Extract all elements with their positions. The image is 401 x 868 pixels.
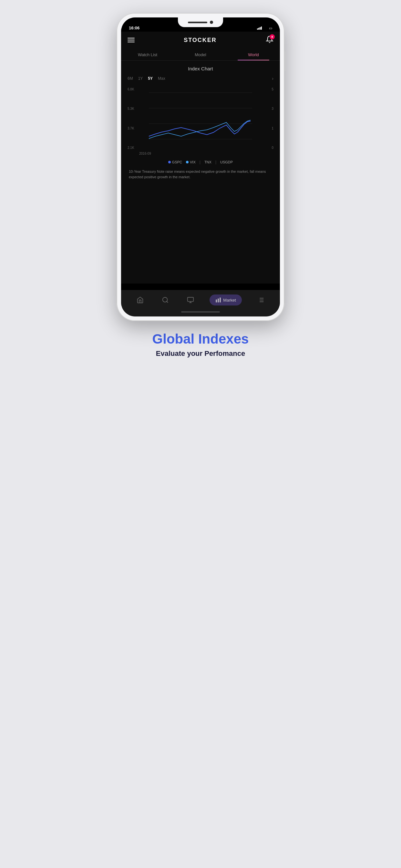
chart-bar-icon	[215, 297, 221, 303]
nav-search[interactable]	[159, 294, 172, 306]
headline-title: Global Indexes	[152, 331, 249, 347]
filter-max[interactable]: Max	[158, 76, 165, 81]
chart-title: Index Chart	[127, 66, 274, 71]
notch-area: 16:06 ▲ ▭	[121, 18, 280, 32]
legend-usgdp: USGDP	[220, 160, 233, 164]
y-right-3: 1	[272, 127, 274, 130]
home-bar	[181, 311, 220, 313]
y-axis-right: 5 3 1 0	[272, 86, 274, 151]
list-icon	[257, 297, 265, 304]
bottom-nav: Market	[121, 290, 280, 309]
svg-line-5	[166, 301, 168, 303]
tab-world[interactable]: World	[227, 49, 280, 60]
phone-frame: 16:06 ▲ ▭	[117, 13, 284, 321]
y-right-4: 0	[272, 146, 274, 150]
chart-legend: GSPC VIX | TNX | USGDP	[127, 160, 274, 164]
chart-section: Index Chart 6M 1Y 5Y Max › 6.8K	[121, 61, 280, 185]
svg-point-4	[163, 298, 167, 302]
notification-badge: 8	[270, 34, 275, 39]
svg-rect-6	[188, 298, 193, 302]
svg-rect-10	[218, 299, 219, 303]
notch-camera	[210, 21, 213, 24]
notch-speaker	[188, 22, 207, 23]
filter-5y[interactable]: 5Y	[148, 76, 153, 81]
y-label-3: 3.7K	[127, 127, 134, 130]
menu-button[interactable]	[127, 38, 135, 42]
tabs-container: Watch List Model World	[121, 49, 280, 61]
tab-model[interactable]: Model	[174, 49, 227, 60]
chart-area: 6.8K 5.3K 3.7K 2.1K 5 3 1 0	[127, 86, 274, 151]
legend-tnx: TNX	[204, 160, 212, 164]
nav-market[interactable]: Market	[210, 294, 242, 306]
legend-vix: VIX	[186, 160, 196, 164]
status-right: ▲ ▭	[257, 26, 272, 30]
gspc-dot	[168, 161, 171, 163]
app-content: STOCKER 8 Watch List Mode	[121, 32, 280, 283]
x-axis-label: 2016-09	[139, 150, 151, 156]
legend-gspc: GSPC	[168, 160, 182, 164]
chart-svg	[127, 86, 274, 151]
app-header: STOCKER 8	[121, 32, 280, 49]
nav-home[interactable]	[134, 294, 146, 306]
filter-6m[interactable]: 6M	[127, 76, 133, 81]
y-label-1: 6.8K	[127, 88, 134, 91]
y-label-2: 5.3K	[127, 107, 134, 111]
side-button	[284, 52, 285, 71]
notification-button[interactable]: 8	[266, 35, 274, 44]
page-wrapper: 16:06 ▲ ▭	[100, 13, 301, 358]
headline-sub: Evaluate your Perfomance	[152, 349, 249, 358]
y-axis-left: 6.8K 5.3K 3.7K 2.1K	[127, 86, 134, 151]
bottom-section: Global Indexes Evaluate your Perfomance	[146, 331, 255, 358]
filter-1y[interactable]: 1Y	[138, 76, 143, 81]
wifi-icon: ▲	[264, 26, 267, 30]
market-label: Market	[223, 298, 236, 303]
tab-watchlist[interactable]: Watch List	[121, 49, 174, 60]
y-label-4: 2.1K	[127, 146, 134, 150]
home-indicator	[121, 309, 280, 316]
chart-description: 10-Year Treasury Note raise means expect…	[127, 169, 274, 180]
status-time: 16:06	[129, 26, 140, 30]
y-right-2: 3	[272, 107, 274, 111]
monitor-icon	[187, 297, 194, 304]
vix-dot	[186, 161, 189, 163]
nav-monitor[interactable]	[184, 294, 197, 306]
svg-rect-9	[216, 300, 217, 303]
phone-screen: 16:06 ▲ ▭	[121, 18, 280, 316]
signal-icon	[257, 27, 262, 30]
battery-icon: ▭	[269, 26, 272, 30]
y-right-1: 5	[272, 88, 274, 91]
nav-list[interactable]	[255, 294, 267, 306]
time-filters: 6M 1Y 5Y Max ›	[127, 76, 274, 81]
app-title: STOCKER	[184, 37, 217, 43]
home-icon	[136, 297, 144, 304]
svg-rect-11	[220, 298, 221, 303]
notch-cutout	[178, 18, 223, 27]
filter-arrow[interactable]: ›	[272, 76, 274, 81]
search-icon	[162, 297, 169, 304]
